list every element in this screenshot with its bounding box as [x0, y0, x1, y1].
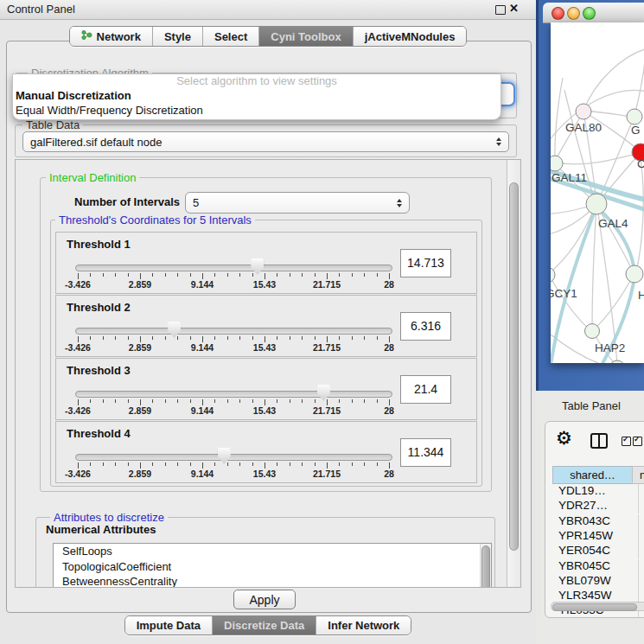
threshold-panel-2: Threshold 2-3.4262.8599.14415.4321.71528… — [55, 295, 477, 357]
tab-style[interactable]: Style — [152, 27, 202, 46]
tick-mark — [190, 336, 191, 340]
bottom-tab-bar: Impute DataDiscretize DataInfer Network — [0, 615, 536, 635]
tick-label: 9.144 — [181, 469, 224, 479]
bottom-tab-impute-data[interactable]: Impute Data — [125, 616, 212, 634]
attributes-group-label: Attributes to discretize — [50, 511, 168, 524]
column-header-shared-name[interactable]: shared… — [552, 466, 633, 484]
tick-mark — [177, 273, 178, 277]
threshold-1-slider-track[interactable] — [75, 265, 392, 271]
tick-mark — [377, 336, 378, 340]
graph-node-gcy1[interactable] — [551, 267, 555, 283]
tick-mark — [140, 273, 141, 279]
zoom-traffic-light-icon[interactable] — [583, 7, 596, 20]
table-row[interactable]: YDR27…YDR2 — [552, 499, 644, 513]
table-data-combobox[interactable]: galFiltered.sif default node — [22, 131, 509, 152]
table-row[interactable]: YBR043CYBR0 — [552, 514, 644, 529]
column-header-name[interactable]: na — [632, 466, 644, 484]
tick-mark — [265, 336, 265, 342]
table-row[interactable]: YDL19…YDL1 — [552, 484, 644, 499]
tab-select[interactable]: Select — [202, 27, 258, 46]
algorithm-prompt-option[interactable]: Select algorithm to view settings — [13, 74, 501, 88]
threshold-2-slider-track[interactable] — [75, 328, 392, 335]
number-of-intervals-combobox[interactable]: 5 — [185, 192, 410, 214]
tick-label: 21.715 — [305, 342, 348, 353]
attribute-item-topologicalcoefficient[interactable]: TopologicalCoefficient — [54, 559, 491, 575]
gear-icon[interactable]: ⚙ — [556, 429, 572, 447]
tick-mark — [90, 336, 91, 340]
threshold-4-slider-track[interactable] — [75, 454, 392, 461]
checkbox-icon[interactable] — [633, 437, 642, 446]
threshold-4-slider-thumb[interactable] — [218, 448, 231, 464]
bottom-tab-infer-network[interactable]: Infer Network — [316, 616, 411, 634]
number-of-intervals-label: Number of Intervals — [74, 195, 180, 208]
attribute-item-selfloops[interactable]: SelfLoops — [54, 544, 491, 559]
tick-mark — [239, 399, 240, 403]
bottom-tab-discretize-data[interactable]: Discretize Data — [212, 616, 316, 634]
tick-mark — [239, 336, 240, 340]
tick-mark — [265, 399, 265, 405]
numerical-attributes-list[interactable]: SelfLoopsTopologicalCoefficientBetweenne… — [53, 543, 492, 588]
close-traffic-light-icon[interactable] — [552, 7, 564, 20]
float-window-icon[interactable] — [495, 5, 506, 15]
threshold-3-slider-thumb[interactable] — [317, 385, 330, 401]
tick-mark — [78, 336, 79, 342]
tick-mark — [90, 273, 91, 277]
graph-node-gal80[interactable] — [576, 104, 591, 119]
tick-mark — [290, 399, 290, 403]
graph-node-ga[interactable] — [627, 109, 642, 124]
algorithm-option-equal-width[interactable]: Equal Width/Frequency Discretization — [13, 103, 501, 118]
tick-label: 15.43 — [243, 469, 286, 479]
table-row[interactable]: YBR045CYBR0 — [552, 559, 644, 574]
threshold-panel-4: Threshold 4-3.4262.8599.14415.4321.71528… — [55, 421, 477, 483]
cell-name: YDR2 — [639, 499, 644, 513]
graph-node-gal4[interactable] — [586, 194, 607, 214]
tab-cyni-toolbox[interactable]: Cyni Toolbox — [258, 27, 352, 46]
tick-mark — [364, 273, 365, 277]
tick-mark — [339, 273, 340, 277]
table-panel-title: Table Panel — [562, 399, 621, 412]
tick-mark — [252, 462, 253, 466]
cell-shared-name: YER054C — [552, 544, 639, 558]
threshold-3-slider-track[interactable] — [75, 391, 392, 398]
tick-mark — [239, 273, 240, 277]
node-label-gcy1: GCY1 — [551, 287, 577, 300]
minimize-traffic-light-icon[interactable] — [567, 7, 580, 20]
algorithm-option-manual[interactable]: Manual Discretization — [13, 88, 501, 103]
tick-label: 2.859 — [118, 469, 162, 479]
stepper-icon — [397, 199, 402, 207]
close-icon[interactable]: ✕ — [509, 2, 519, 15]
checkbox-icon[interactable] — [622, 437, 631, 446]
tick-mark — [140, 399, 141, 405]
tick-mark — [277, 462, 277, 466]
graph-node-h[interactable] — [626, 265, 643, 283]
table-row[interactable]: YER054CYER0 — [552, 544, 644, 558]
attribute-item-betweennesscentrality[interactable]: BetweennessCentrality — [54, 574, 491, 588]
tick-mark — [177, 462, 178, 466]
table-row[interactable]: YBL079WYBL0 — [552, 574, 644, 589]
threshold-2-slider-thumb[interactable] — [168, 322, 181, 338]
graph-node-hap2[interactable] — [585, 324, 600, 339]
tick-label: -3.426 — [56, 469, 99, 479]
settings-vertical-scrollbar[interactable] — [507, 160, 520, 587]
tick-mark — [252, 399, 253, 403]
threshold-3-value-field[interactable]: 21.4 — [400, 375, 451, 404]
split-columns-icon[interactable] — [590, 433, 608, 449]
threshold-1-value-field[interactable]: 14.713 — [400, 249, 451, 277]
table-horizontal-scrollbar[interactable] — [551, 602, 644, 611]
network-canvas[interactable]: GAL80GCGAL11GAL4GCY1HHAP2 — [551, 22, 644, 363]
threshold-2-value-field[interactable]: 6.316 — [400, 312, 451, 341]
tick-mark — [165, 399, 166, 403]
tick-mark — [315, 336, 316, 340]
tab-jactivemnodules[interactable]: jActiveMNodules — [353, 27, 467, 46]
graph-node-gal11[interactable] — [551, 156, 563, 171]
apply-button[interactable]: Apply — [233, 590, 296, 609]
table-row[interactable]: YPR145WYPR1 — [552, 529, 644, 544]
table-data-label: Table Data — [22, 118, 83, 131]
tick-mark — [327, 336, 328, 342]
tab-network[interactable]: Network — [70, 27, 152, 46]
tick-label: 2.859 — [118, 342, 162, 353]
stepper-icon — [496, 137, 501, 146]
threshold-4-value-field[interactable]: 11.344 — [400, 438, 451, 467]
attributes-list-scrollbar[interactable] — [480, 544, 491, 588]
tick-mark — [214, 462, 215, 466]
